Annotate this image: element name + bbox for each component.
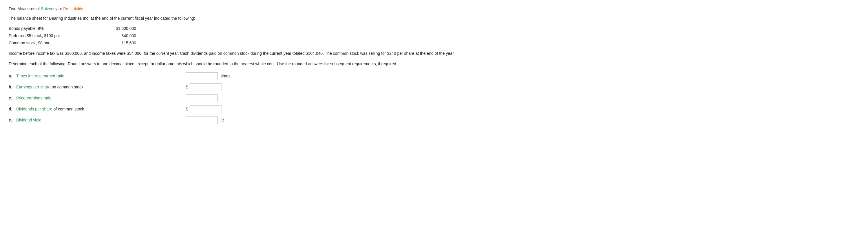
- common-value: 115,600: [101, 40, 136, 46]
- profitability-link[interactable]: Profitability: [63, 6, 83, 11]
- question-text-c: Price-earnings ratio: [16, 95, 115, 101]
- income-note: Income before income tax was $360,000, a…: [9, 50, 859, 57]
- unit-label-a: times: [221, 73, 230, 79]
- letter-c: c.: [9, 95, 14, 101]
- answer-input-a[interactable]: [186, 73, 218, 80]
- balance-row-bonds: Bonds payable, 9% $1,600,000: [9, 26, 859, 32]
- balance-row-preferred: Preferred $5 stock, $100 par 340,000: [9, 33, 859, 39]
- currency-prefix-b: $: [186, 84, 188, 90]
- answer-input-b[interactable]: [190, 83, 222, 91]
- question-text-d: Dividends per share of common stock: [16, 106, 115, 112]
- unit-label-e: %: [221, 117, 224, 123]
- question-d-green: Dividends per share: [16, 107, 53, 111]
- question-a-green: Times interest earned ratio: [16, 74, 64, 78]
- bonds-value: $1,600,000: [101, 26, 136, 32]
- header-line: Five Measures of Solvency or Profitabili…: [9, 6, 859, 12]
- question-row-b: b. Earnings per share on common stock $: [9, 83, 859, 91]
- question-e-green: Dividend yield: [16, 118, 41, 122]
- question-text-a: Times interest earned ratio: [16, 73, 115, 79]
- answer-input-c[interactable]: [186, 94, 218, 102]
- balance-table: Bonds payable, 9% $1,600,000 Preferred $…: [9, 26, 859, 46]
- header-or: or: [57, 6, 63, 11]
- preferred-label: Preferred $5 stock, $100 par: [9, 33, 101, 39]
- instructions-text: Determine each of the following. Round a…: [9, 61, 859, 67]
- letter-a: a.: [9, 73, 14, 79]
- question-b-green: Earnings per share: [16, 85, 51, 89]
- input-area-e: %: [186, 116, 224, 124]
- input-area-d: $: [186, 106, 225, 113]
- question-row-e: e. Dividend yield %: [9, 116, 859, 124]
- input-area-c: [186, 94, 221, 102]
- question-text-b: Earnings per share on common stock: [16, 84, 115, 90]
- balance-row-common: Common stock, $8 par 115,600: [9, 40, 859, 46]
- question-row-d: d. Dividends per share of common stock $: [9, 106, 859, 113]
- answer-input-e[interactable]: [186, 116, 218, 124]
- letter-d: d.: [9, 106, 14, 112]
- question-row-c: c. Price-earnings ratio: [9, 94, 859, 102]
- answer-input-d[interactable]: [190, 106, 222, 113]
- question-row-a: a. Times interest earned ratio times: [9, 73, 859, 80]
- bonds-label: Bonds payable, 9%: [9, 26, 101, 32]
- input-area-a: times: [186, 73, 230, 80]
- letter-b: b.: [9, 84, 14, 90]
- question-b-black: on common stock: [51, 85, 84, 89]
- solvency-link[interactable]: Solvency: [41, 6, 57, 11]
- questions-section: a. Times interest earned ratio times b. …: [9, 73, 859, 124]
- question-text-e: Dividend yield: [16, 117, 115, 123]
- description-text: The balance sheet for Bearing Industries…: [9, 16, 859, 22]
- question-d-black: of common stock: [53, 107, 84, 111]
- preferred-value: 340,000: [101, 33, 136, 39]
- letter-e: e.: [9, 117, 14, 123]
- input-area-b: $: [186, 83, 225, 91]
- header-prefix: Five Measures of: [9, 6, 41, 11]
- question-c-green: Price-earnings ratio: [16, 96, 51, 100]
- common-label: Common stock, $8 par: [9, 40, 101, 46]
- currency-prefix-d: $: [186, 106, 188, 112]
